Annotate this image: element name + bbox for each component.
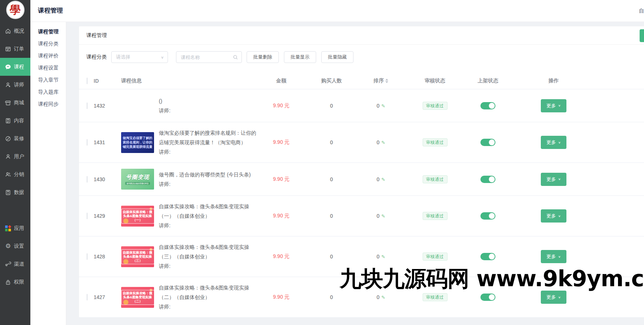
sidebar-item-orders[interactable]: 订单 [0, 40, 30, 58]
course-buyers: 0 [302, 254, 361, 259]
submenu-item-import-chapters[interactable]: 导入章节 [30, 74, 66, 86]
sidebar-item-decorate[interactable]: 装修 [0, 130, 30, 147]
sidebar-item-users[interactable]: 用户 [0, 147, 30, 165]
row-checkbox[interactable] [87, 139, 87, 146]
select-all-checkbox[interactable] [87, 78, 87, 84]
row-checkbox[interactable] [87, 253, 87, 260]
sidebar-item-content[interactable]: 内容 [0, 112, 30, 130]
batch-hide-button[interactable]: 批量隐藏 [321, 51, 353, 63]
col-header-shelf: 上架状态 [469, 78, 507, 84]
more-actions-button[interactable]: 更多∨ [541, 250, 566, 263]
course-info-cell: 自媒体实操攻略：微头条&图集变现实操（二） 自媒体实操攻略：微头条&图集变现实操… [121, 283, 260, 311]
course-thumbnail: 自媒体实操攻略：微头条&图集变现实操（二） [121, 287, 154, 308]
course-title[interactable]: () [159, 96, 260, 106]
table-row: 1428 自媒体实操攻略：微头条&图集变现实操（三） 自媒体实操攻略：微头条&图… [79, 236, 644, 277]
sidebar-item-label: 讲师 [14, 82, 24, 88]
row-checkbox[interactable] [87, 176, 87, 183]
batch-show-button[interactable]: 批量显示 [284, 51, 316, 63]
panel-header: 课程管理 [79, 26, 644, 45]
edit-sort-icon[interactable]: ✎ [381, 254, 385, 259]
sidebar-item-teachers[interactable]: 讲师 [0, 76, 30, 94]
chevron-down-icon: ∨ [161, 55, 164, 59]
shelf-toggle[interactable] [480, 253, 495, 260]
course-buyers: 0 [302, 103, 361, 109]
course-title[interactable]: 自媒体实操攻略：微头条&图集变现实操（三）（自媒体创业） [159, 242, 260, 261]
course-title[interactable]: 做淘宝必须要了解的搜索排名规则：让你的店铺完美展现获得流量！（淘宝电商） [159, 128, 260, 147]
submenu-item-course-settings[interactable]: 课程设置 [30, 62, 66, 74]
more-actions-button[interactable]: 更多∨ [541, 136, 566, 149]
sidebar-item-label: 课程 [14, 64, 24, 70]
course-sort-cell: 0✎ [361, 213, 401, 219]
course-sort-value: 0 [377, 294, 379, 300]
sidebar-item-settings[interactable]: ⚙ 设置 [0, 237, 30, 255]
course-id: 1432 [94, 103, 121, 109]
col-header-actions: 操作 [507, 78, 600, 84]
course-teacher: 讲师: [159, 221, 260, 230]
course-price: 9.90 元 [260, 176, 302, 183]
more-actions-button[interactable]: 更多∨ [541, 209, 566, 223]
more-actions-button[interactable]: 更多∨ [541, 291, 566, 304]
sidebar-item-overview[interactable]: 概况 [0, 22, 30, 40]
edit-sort-icon[interactable]: ✎ [381, 213, 385, 219]
shelf-toggle[interactable] [480, 139, 495, 146]
course-price: 9.90 元 [260, 294, 302, 300]
sidebar-item-label: 渠道 [14, 261, 24, 268]
course-title[interactable]: 做号圈，适合做的有哪些类型 (今日头条) [159, 170, 260, 179]
course-name-input[interactable] [176, 52, 242, 63]
submenu-item-course-review[interactable]: 课程评价 [30, 50, 66, 62]
col-header-sort[interactable]: 排序 [361, 78, 401, 84]
sidebar-item-distribution[interactable]: 分销 [0, 165, 30, 183]
submenu-item-course-sync[interactable]: 课程同步 [30, 98, 66, 110]
row-checkbox[interactable] [87, 213, 87, 219]
sidebar-item-channels[interactable]: 渠道 [0, 255, 30, 273]
course-name-search [176, 51, 242, 63]
edit-sort-icon[interactable]: ✎ [381, 295, 385, 300]
order-icon [5, 46, 11, 52]
submenu-item-import-questions[interactable]: 导入题库 [30, 86, 66, 98]
shelf-toggle[interactable] [480, 176, 495, 183]
col-header-buyers: 购买人数 [302, 78, 361, 84]
shelf-toggle[interactable] [480, 102, 495, 109]
course-info-cell: 号圈变现做号圈适合做的有哪些类型 做号圈，适合做的有哪些类型 (今日头条) 讲师… [121, 169, 260, 190]
shelf-toggle[interactable] [480, 294, 495, 301]
table-body: 1432 () 讲师: 9.90 元 0 0✎ 审核通过 更多∨ 1431 做淘… [79, 89, 644, 318]
sidebar-item-label: 权限 [14, 279, 24, 285]
course-table: ID 课程信息 金额 购买人数 排序 审核状态 上架状态 操作 1432 () … [79, 72, 644, 318]
more-actions-button[interactable]: 更多∨ [541, 99, 566, 112]
sort-carets-icon[interactable] [385, 79, 388, 83]
category-select-placeholder: 请选择 [116, 54, 130, 60]
course-teacher: 讲师: [159, 302, 260, 311]
account-name[interactable]: 自学 [639, 8, 644, 14]
panel-title: 课程管理 [86, 32, 107, 39]
row-checkbox[interactable] [87, 294, 87, 300]
submenu-item-course-manage[interactable]: 课程管理 [30, 26, 66, 38]
sidebar-item-courses[interactable]: 课程 [0, 58, 30, 76]
edit-sort-icon[interactable]: ✎ [381, 103, 385, 109]
sidebar-item-apps[interactable]: 应用 [0, 219, 30, 237]
course-title[interactable]: 自媒体实操攻略：微头条&图集变现实操（一）（自媒体创业） [159, 202, 260, 221]
edit-sort-icon[interactable]: ✎ [381, 177, 385, 182]
sidebar-item-mall[interactable]: 商城 [0, 94, 30, 112]
main-sidebar: 概况 订单 课程 讲师 商城 内容 装修 [0, 22, 30, 325]
edit-sort-icon[interactable]: ✎ [381, 140, 385, 145]
row-checkbox[interactable] [87, 102, 87, 109]
course-price: 9.90 元 [260, 213, 302, 219]
sidebar-item-permissions[interactable]: 权限 [0, 273, 30, 291]
app-logo[interactable]: 學 [6, 1, 25, 19]
category-select[interactable]: 请选择 ∨ [111, 51, 168, 63]
add-course-button-partial[interactable] [640, 29, 644, 42]
sidebar-item-data[interactable]: 数据 [0, 183, 30, 201]
submenu-item-course-category[interactable]: 课程分类 [30, 38, 66, 50]
gear-icon: ⚙ [5, 243, 11, 250]
more-actions-button[interactable]: 更多∨ [541, 173, 566, 186]
table-row: 1432 () 讲师: 9.90 元 0 0✎ 审核通过 更多∨ [79, 89, 644, 122]
batch-delete-button[interactable]: 批量删除 [247, 51, 279, 63]
audit-status-badge: 审核通过 [423, 212, 448, 220]
shelf-toggle[interactable] [480, 212, 495, 220]
course-teacher: 讲师: [159, 147, 260, 157]
logo-block: 學 [0, 0, 30, 22]
course-title[interactable]: 自媒体实操攻略：微头条&图集变现实操（二）（自媒体创业） [159, 283, 260, 302]
lock-icon [5, 279, 11, 285]
course-teacher: 讲师: [159, 261, 260, 271]
sidebar-spacer [0, 201, 30, 219]
